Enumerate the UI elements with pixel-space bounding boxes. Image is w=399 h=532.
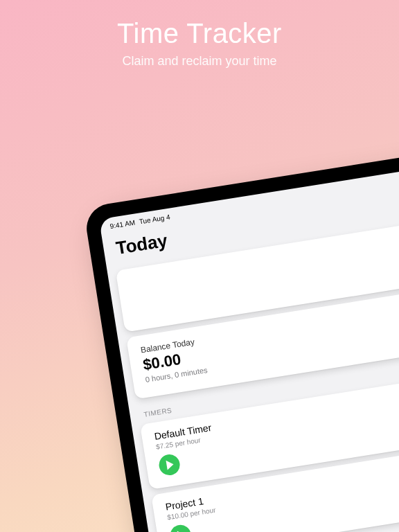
tablet-frame: 9:41 AM Tue Aug 4 Today Balance Today $0…	[83, 141, 399, 532]
play-icon[interactable]	[169, 524, 193, 532]
device-mockup: 9:41 AM Tue Aug 4 Today Balance Today $0…	[83, 141, 399, 532]
play-icon[interactable]	[157, 453, 181, 477]
tablet-screen: 9:41 AM Tue Aug 4 Today Balance Today $0…	[99, 157, 399, 532]
promo-stage: Time Tracker Claim and reclaim your time…	[0, 0, 399, 532]
hero-title: Time Tracker	[0, 18, 399, 49]
balance-left: Balance Today $0.00 0 hours, 0 minutes	[140, 335, 208, 383]
hero-subtitle: Claim and reclaim your time	[0, 54, 399, 69]
